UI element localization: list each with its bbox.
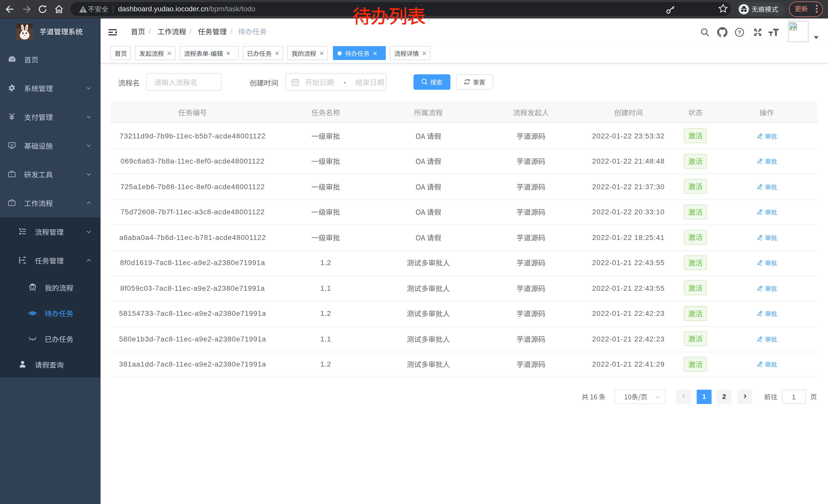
svg-text:?: ? — [738, 29, 741, 36]
